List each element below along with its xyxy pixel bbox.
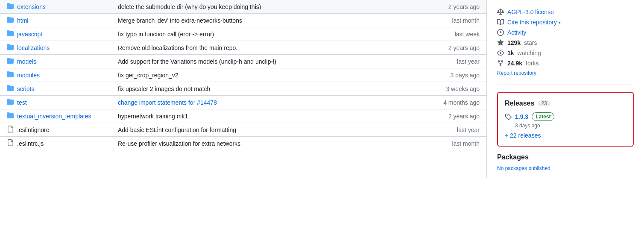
packages-none-link[interactable]: No packages published (497, 165, 550, 171)
stars-label: stars (524, 39, 537, 46)
table-row: .eslintignoreAdd basic ESLint configurat… (0, 123, 486, 137)
tag-icon (505, 113, 512, 120)
folder-icon (7, 16, 14, 24)
activity-icon (497, 29, 504, 36)
sidebar-divider (497, 85, 634, 85)
table-row: scriptsfix upscaler 2 images do not matc… (0, 82, 486, 96)
table-row: .eslintrc.jsRe-use profiler visualizatio… (0, 137, 486, 150)
forks-item: 24.9k forks (497, 58, 634, 68)
cite-icon (497, 19, 504, 26)
stars-item: 129k stars (497, 38, 634, 48)
watching-label: watching (518, 50, 541, 56)
star-icon (497, 39, 504, 46)
table-row: extensionsdelete the submodule dir (why … (0, 0, 486, 14)
license-icon (497, 9, 504, 15)
cite-link[interactable]: Cite this repository ▾ (507, 19, 561, 26)
watching-item: 1k watching (497, 48, 634, 58)
folder-link[interactable]: localizations (7, 44, 104, 52)
release-date: 3 days ago (515, 123, 626, 129)
folder-icon (7, 57, 14, 65)
file-link[interactable]: .eslintrc.js (7, 139, 104, 147)
release-item: 1.9.3 Latest (505, 112, 626, 121)
dropdown-arrow: ▾ (559, 20, 561, 25)
forks-count: 24.9k (507, 60, 522, 67)
cite-item: Cite this repository ▾ (497, 17, 634, 27)
folder-icon (7, 85, 14, 93)
file-icon (7, 126, 14, 134)
packages-section: Packages No packages published (497, 153, 634, 171)
folder-icon (7, 3, 14, 11)
activity-item: Activity (497, 27, 634, 38)
folder-link[interactable]: extensions (7, 3, 104, 11)
license-item: AGPL-3.0 license (497, 7, 634, 17)
commit-message-link[interactable]: change import statements for #14478 (118, 99, 217, 106)
table-row: testchange import statements for #144784… (0, 96, 486, 109)
file-link[interactable]: .eslintignore (7, 126, 104, 134)
stars-count: 129k (507, 39, 521, 46)
table-row: htmlMerge branch 'dev' into extra-networ… (0, 14, 486, 27)
folder-icon (7, 98, 14, 106)
releases-header: Releases 23 (505, 100, 626, 107)
eye-icon (497, 50, 504, 56)
release-version[interactable]: 1.9.3 (515, 113, 528, 120)
file-table: extensionsdelete the submodule dir (why … (0, 0, 486, 150)
table-row: textual_inversion_templateshypernetwork … (0, 109, 486, 123)
fork-icon (497, 60, 504, 67)
folder-icon (7, 112, 14, 120)
folder-icon (7, 71, 14, 79)
folder-icon (7, 44, 14, 52)
file-icon (7, 139, 14, 147)
folder-link[interactable]: javascript (7, 30, 104, 38)
releases-box: Releases 23 1.9.3 Latest 3 days ago + 22… (497, 92, 634, 147)
folder-link[interactable]: textual_inversion_templates (7, 112, 104, 120)
packages-title: Packages (497, 153, 634, 161)
folder-icon (7, 30, 14, 38)
folder-link[interactable]: test (7, 98, 104, 106)
folder-link[interactable]: modules (7, 71, 104, 79)
folder-link[interactable]: models (7, 57, 104, 65)
latest-badge: Latest (532, 112, 554, 121)
license-link[interactable]: AGPL-3.0 license (507, 9, 554, 15)
releases-title: Releases (505, 100, 534, 107)
folder-link[interactable]: html (7, 16, 104, 24)
table-row: modelsAdd support for the Variations mod… (0, 55, 486, 68)
releases-count: 23 (538, 100, 550, 106)
folder-link[interactable]: scripts (7, 85, 104, 93)
sidebar: AGPL-3.0 license Cite this repository ▾ … (487, 0, 644, 178)
activity-link[interactable]: Activity (507, 29, 526, 36)
forks-label: forks (526, 60, 539, 67)
report-repository-link[interactable]: Report repository (497, 68, 634, 78)
table-row: localizationsRemove old localizations fr… (0, 41, 486, 55)
table-row: modulesfix get_crop_region_v23 days ago (0, 68, 486, 82)
table-row: javascriptfix typo in function call (ero… (0, 27, 486, 41)
more-releases-link[interactable]: + 22 releases (505, 132, 626, 139)
watching-count: 1k (507, 50, 514, 56)
